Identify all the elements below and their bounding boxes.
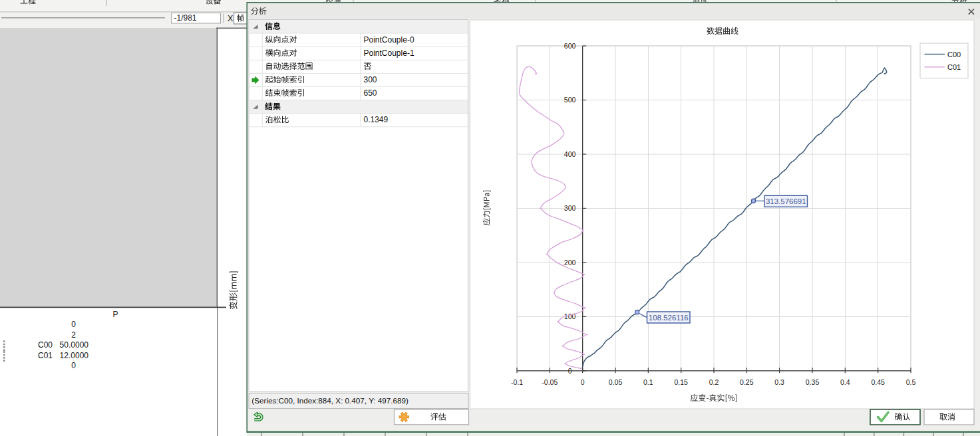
svg-text:0.45: 0.45 <box>871 378 885 386</box>
svg-text:0.2: 0.2 <box>709 378 719 386</box>
svg-text:650: 650 <box>364 88 377 98</box>
svg-text:12.0000: 12.0000 <box>60 351 89 360</box>
svg-text:0.35: 0.35 <box>806 378 820 386</box>
svg-text:0.5: 0.5 <box>906 378 916 386</box>
svg-text:300: 300 <box>564 204 576 212</box>
svg-text:313.576691: 313.576691 <box>766 197 806 205</box>
svg-text:0: 0 <box>568 367 572 375</box>
svg-text:X: X <box>228 14 234 23</box>
svg-text:-1/981: -1/981 <box>174 13 197 23</box>
svg-text:0.25: 0.25 <box>740 378 754 386</box>
svg-text:0: 0 <box>71 320 76 329</box>
svg-text:0.4: 0.4 <box>840 378 850 386</box>
svg-text:C00: C00 <box>38 340 53 350</box>
svg-text:(Series:C00, Index:884, X: 0: (Series:C00, Index:884, X: 0.407, Y: 497… <box>251 396 408 405</box>
svg-text:PointCouple-1: PointCouple-1 <box>364 49 414 58</box>
svg-text:0: 0 <box>581 378 585 386</box>
svg-text:0: 0 <box>71 361 76 370</box>
svg-text:P: P <box>113 310 118 319</box>
svg-text:0.3: 0.3 <box>774 378 784 386</box>
svg-text:0.1: 0.1 <box>643 378 653 386</box>
svg-text:400: 400 <box>564 150 576 158</box>
svg-text:500: 500 <box>564 96 576 104</box>
svg-text:600: 600 <box>564 42 576 50</box>
svg-text:2: 2 <box>71 330 76 340</box>
svg-text:-0.05: -0.05 <box>542 378 558 386</box>
svg-text:300: 300 <box>364 75 377 84</box>
svg-text:0.15: 0.15 <box>674 378 688 386</box>
svg-text:0.1349: 0.1349 <box>364 115 389 124</box>
svg-text:C01: C01 <box>947 63 961 71</box>
svg-text:PointCouple-0: PointCouple-0 <box>364 35 414 45</box>
svg-text:200: 200 <box>564 259 576 267</box>
svg-text:108.526116: 108.526116 <box>649 314 689 322</box>
svg-text:C00: C00 <box>947 51 961 58</box>
svg-text:50.0000: 50.0000 <box>60 340 89 350</box>
svg-text:0.05: 0.05 <box>609 378 623 386</box>
svg-text:C01: C01 <box>38 351 53 360</box>
svg-text:-0.1: -0.1 <box>511 378 523 386</box>
